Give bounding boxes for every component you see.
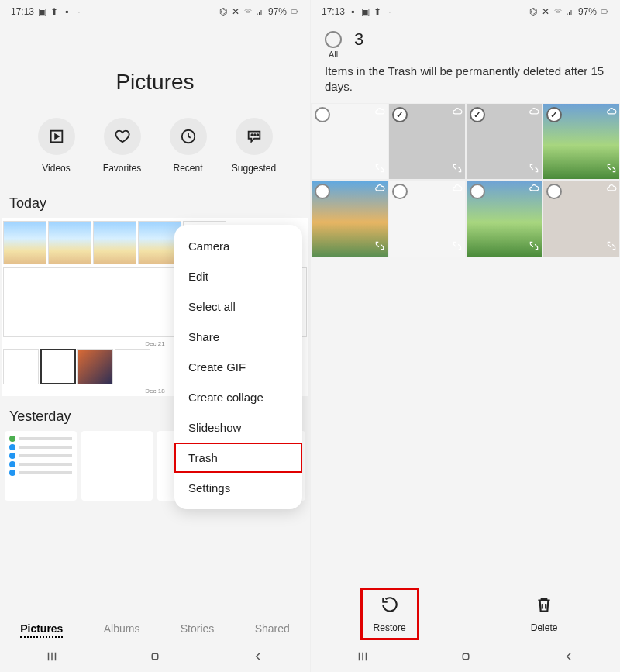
android-navbar [311, 644, 620, 672]
restore-label: Restore [374, 622, 406, 633]
android-navbar [0, 644, 310, 672]
menu-camera[interactable]: Camera [174, 231, 302, 261]
quick-favorites-label: Favorites [103, 163, 141, 174]
expand-icon [606, 240, 617, 254]
photo-thumb[interactable] [78, 349, 113, 384]
trash-grid [311, 103, 620, 258]
recents-button[interactable] [45, 650, 59, 667]
circle-icon [315, 184, 330, 199]
circle-icon [546, 184, 562, 199]
quick-favorites[interactable]: Favorites [95, 118, 150, 174]
svg-rect-10 [463, 653, 469, 660]
cloud-icon [452, 183, 463, 197]
trash-thumb[interactable] [311, 103, 388, 181]
heart-icon [104, 118, 141, 155]
recents-button[interactable] [356, 650, 370, 667]
photo-thumb[interactable] [81, 431, 153, 501]
menu-select-all[interactable]: Select all [174, 291, 302, 322]
trash-thumb[interactable] [542, 103, 620, 181]
home-button[interactable] [459, 650, 473, 667]
back-button[interactable] [251, 650, 265, 667]
menu-create-collage[interactable]: Create collage [174, 382, 302, 412]
select-all-toggle[interactable]: All [325, 31, 342, 59]
quick-actions-row: Videos Favorites Recent Suggested [0, 118, 310, 189]
selection-count: 3 [354, 29, 363, 50]
section-today: Today [0, 189, 310, 218]
trash-thumb[interactable] [466, 103, 543, 181]
trash-thumb[interactable] [311, 180, 388, 257]
circle-icon [325, 31, 342, 48]
cloud-icon [529, 183, 539, 197]
restore-button[interactable]: Restore [363, 590, 417, 638]
all-label: All [329, 50, 338, 59]
upload-icon: ⬆ [373, 7, 382, 16]
expand-icon [529, 240, 539, 254]
status-bar: 17:13 ▪ ▣ ⬆ · ⌬ ✕ 97% [311, 0, 620, 23]
signal-icon [566, 7, 575, 16]
trash-thumb[interactable] [542, 180, 620, 257]
dot-icon: · [74, 7, 84, 16]
circle-icon [392, 184, 408, 199]
quick-videos[interactable]: Videos [29, 118, 84, 174]
restore-icon [380, 594, 400, 618]
menu-trash[interactable]: Trash [174, 443, 302, 473]
menu-slideshow[interactable]: Slideshow [174, 412, 302, 443]
photo-thumb[interactable] [40, 349, 76, 384]
trash-thumb[interactable] [388, 103, 466, 181]
battery-pct: 97% [268, 6, 287, 17]
checkmark-icon [392, 107, 408, 122]
quick-suggested[interactable]: Suggested [227, 118, 281, 174]
svg-rect-8 [601, 10, 607, 14]
quick-recent[interactable]: Recent [161, 118, 215, 174]
cloud-icon [452, 106, 463, 120]
home-button[interactable] [148, 650, 162, 667]
photo-thumb[interactable] [3, 349, 39, 384]
tab-stories[interactable]: Stories [181, 622, 215, 638]
dot-icon: · [385, 7, 394, 16]
svg-rect-9 [608, 11, 608, 12]
expand-icon [374, 163, 385, 177]
menu-create-gif[interactable]: Create GIF [174, 352, 302, 382]
trash-thumb[interactable] [388, 180, 466, 257]
status-right: ⌬ ✕ 97% [219, 6, 299, 17]
photo-thumb[interactable] [93, 221, 136, 264]
cloud-icon [606, 183, 617, 197]
delete-button[interactable]: Delete [520, 590, 569, 638]
checkmark-icon [470, 107, 485, 122]
circle-icon [315, 107, 330, 122]
menu-edit[interactable]: Edit [174, 261, 302, 291]
page-title: Pictures [115, 70, 194, 95]
photo-thumb[interactable] [3, 221, 46, 264]
quick-videos-label: Videos [42, 163, 70, 174]
status-bar: 17:13 ▣ ⬆ ▪ · ⌬ ✕ 97% [0, 0, 310, 23]
cloud-icon [374, 183, 385, 197]
tab-pictures[interactable]: Pictures [20, 622, 63, 638]
cloud-icon [529, 106, 539, 120]
title-zone: Pictures [0, 23, 310, 118]
menu-share[interactable]: Share [174, 322, 302, 352]
tab-shared[interactable]: Shared [255, 622, 290, 638]
menu-settings[interactable]: Settings [174, 473, 302, 503]
expand-icon [606, 163, 617, 177]
trash-thumb[interactable] [466, 180, 543, 257]
vpn-icon: ⌬ [529, 7, 538, 16]
delete-label: Delete [531, 622, 558, 633]
quick-recent-label: Recent [173, 163, 202, 174]
photo-thumb[interactable] [48, 221, 91, 264]
back-button[interactable] [562, 650, 576, 667]
photo-thumb[interactable] [5, 431, 77, 501]
circle-icon [470, 184, 485, 199]
trash-header: All 3 [311, 23, 620, 64]
cloud-icon [374, 106, 385, 120]
tab-albums[interactable]: Albums [104, 622, 140, 638]
image-icon: ▪ [348, 7, 357, 16]
photo-thumb[interactable] [115, 349, 150, 384]
wifi-icon [243, 7, 253, 16]
expand-icon [452, 240, 463, 254]
upload-icon: ⬆ [50, 7, 59, 16]
battery-icon [290, 7, 299, 16]
vpn-icon: ⌬ [219, 7, 228, 16]
overflow-menu: Camera Edit Select all Share Create GIF … [174, 225, 302, 509]
chat-icon [236, 118, 273, 155]
image-icon: ▪ [62, 7, 71, 16]
